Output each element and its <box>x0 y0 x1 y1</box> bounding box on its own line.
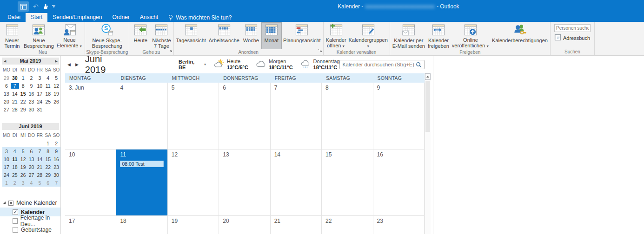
mini-day-27[interactable]: 27 <box>2 107 11 112</box>
my-calendars-header[interactable]: Meine Kalender <box>0 198 60 208</box>
mini-day-9[interactable]: 9 <box>27 83 36 89</box>
weather-donnerstag[interactable]: Donnerstag18°C/11°C <box>300 58 340 71</box>
mini-day-5[interactable]: 5 <box>35 180 44 186</box>
customize-qat-icon[interactable]: ▼ <box>52 5 55 8</box>
scroll-up-button[interactable] <box>425 73 431 80</box>
mini-day-20[interactable]: 20 <box>2 99 11 104</box>
mini-day-20[interactable]: 20 <box>27 164 36 170</box>
mini-day-7[interactable]: 7 <box>35 149 44 154</box>
checkbox[interactable]: ✓ <box>13 209 18 215</box>
kalender-per-e-mail-senden-button[interactable]: Kalender perE-Mail senden <box>391 22 426 49</box>
mini-day-19[interactable]: 19 <box>52 91 60 97</box>
checkbox[interactable] <box>13 218 18 224</box>
monat-button[interactable]: Monat <box>261 22 282 49</box>
arbeitswoche-button[interactable]: Arbeitswoche <box>207 22 241 49</box>
heute-button[interactable]: Heute <box>130 22 151 49</box>
mini-day-3[interactable]: 3 <box>19 180 27 186</box>
undo-icon[interactable]: ↶ <box>33 3 39 10</box>
mini-prev-month-button[interactable]: ◀ <box>4 58 6 65</box>
day-cell-11[interactable]: 1108:00 Test <box>116 150 167 215</box>
mini-day-6[interactable]: 6 <box>27 149 36 154</box>
naechste-7-tage-button[interactable]: Nächste7 Tage <box>151 22 172 49</box>
mini-day-12[interactable]: 12 <box>19 156 27 162</box>
dialog-launcher-icon[interactable] <box>168 46 173 54</box>
day-cell-12[interactable]: 12 <box>168 150 219 215</box>
tab-datei[interactable]: Datei <box>2 13 26 22</box>
mini-day-28[interactable]: 28 <box>11 107 19 112</box>
mini-day-4[interactable]: 4 <box>11 149 19 154</box>
mini-day-15[interactable]: 15 <box>44 156 52 162</box>
collapse-triangle-icon[interactable] <box>3 202 6 204</box>
mini-day-23[interactable]: 23 <box>52 164 60 170</box>
mini-day-14[interactable]: 14 <box>11 91 19 97</box>
mini-day-4[interactable]: 4 <box>44 75 52 81</box>
mini-day-26[interactable]: 26 <box>19 172 27 178</box>
neuer-termin-button[interactable]: NeuerTermin <box>2 22 22 49</box>
kalenderberechtigungen-button[interactable]: Kalenderberechtigungen <box>491 22 549 49</box>
mini-day-7[interactable]: 7 <box>11 83 19 89</box>
mini-day-23[interactable]: 23 <box>27 99 36 104</box>
day-cell-22[interactable]: 22 <box>322 216 373 234</box>
address-book-button[interactable]: Adressbuch <box>554 34 590 42</box>
mini-next-month-button[interactable]: ▶ <box>55 58 58 65</box>
mini-day-27[interactable]: 27 <box>27 172 36 178</box>
tagesansicht-button[interactable]: Tagesansicht <box>175 22 207 49</box>
mini-day-16[interactable]: 16 <box>27 91 36 97</box>
planungsansicht-button[interactable]: Planungsansicht <box>282 22 322 49</box>
mini-day-18[interactable]: 18 <box>44 91 52 97</box>
mini-day-9[interactable]: 9 <box>52 149 60 154</box>
mini-day-22[interactable]: 22 <box>19 99 27 104</box>
calendar-search-input[interactable] <box>342 62 416 67</box>
day-cell-21[interactable]: 21 <box>271 216 322 234</box>
woche-button[interactable]: Woche <box>241 22 261 49</box>
calendar-search-box[interactable] <box>339 60 425 69</box>
mini-day-16[interactable]: 16 <box>52 156 60 162</box>
day-cell-16[interactable]: 16 <box>373 150 425 215</box>
mini-day-28[interactable]: 28 <box>35 172 44 178</box>
weather-morgen[interactable]: Morgen18°C/11°C <box>255 58 293 71</box>
previous-month-button[interactable]: ◀ <box>65 60 73 69</box>
mini-day-14[interactable]: 14 <box>35 156 44 162</box>
day-cell-20[interactable]: 20 <box>219 216 270 234</box>
neue-besprechung-button[interactable]: NeueBesprechung <box>22 22 55 49</box>
people-search-input[interactable] <box>554 24 591 32</box>
vertical-scrollbar[interactable] <box>425 73 431 234</box>
kalender-oeffnen-button[interactable]: Kalenderöffnen ▼ <box>325 22 348 49</box>
day-cell-14[interactable]: 14 <box>271 150 322 215</box>
mini-day-5[interactable]: 5 <box>19 149 27 154</box>
day-cell-6[interactable]: 6 <box>219 83 270 149</box>
mini-day-29[interactable]: 29 <box>19 107 27 112</box>
mini-day-10[interactable]: 10 <box>35 83 44 89</box>
tab-ordner[interactable]: Ordner <box>107 13 134 22</box>
mini-day-17[interactable]: 17 <box>35 91 44 97</box>
mini-day-19[interactable]: 19 <box>19 164 27 170</box>
tab-ansicht[interactable]: Ansicht <box>135 13 163 22</box>
tab-senden-empfangen[interactable]: Senden/Empfangen <box>47 13 107 22</box>
day-cell-3-jun[interactable]: 3. Jun <box>65 83 116 149</box>
calendar-list-item-feiertage-in-deu[interactable]: Feiertage in Deu... <box>0 216 60 225</box>
mini-day-13[interactable]: 13 <box>2 91 11 97</box>
neue-skype-besprechung-button[interactable]: SNeue Skype-Besprechung <box>91 22 124 49</box>
weather-location-dropdown[interactable]: Berlin, BE▼ <box>179 59 206 70</box>
mini-day-2[interactable]: 2 <box>27 75 36 81</box>
online-veroeffentlichen-button[interactable]: Onlineveröffentlichen ▼ <box>451 22 491 49</box>
checkbox[interactable] <box>13 227 18 233</box>
day-cell-18[interactable]: 18 <box>116 216 167 234</box>
mini-day-17[interactable]: 17 <box>2 164 11 170</box>
send-receive-icon[interactable] <box>18 1 29 12</box>
mini-day-18[interactable]: 18 <box>11 164 19 170</box>
tell-me-assistant[interactable]: Was möchten Sie tun? <box>163 13 236 22</box>
mini-day-3[interactable]: 3 <box>35 75 44 81</box>
mini-day-12[interactable]: 12 <box>52 83 60 89</box>
mini-day-31[interactable]: 31 <box>35 107 44 112</box>
mini-day-29[interactable]: 29 <box>2 75 11 81</box>
day-cell-13[interactable]: 13 <box>219 150 270 215</box>
mini-day-25[interactable]: 25 <box>11 172 19 178</box>
tab-start[interactable]: Start <box>26 13 47 22</box>
mini-day-13[interactable]: 13 <box>27 156 36 162</box>
mini-day-1[interactable]: 1 <box>2 180 11 186</box>
group-checkbox[interactable] <box>8 201 13 206</box>
mini-day-2[interactable]: 2 <box>11 180 19 186</box>
day-cell-5[interactable]: 5 <box>168 83 219 149</box>
scrollbar-thumb[interactable] <box>425 81 430 132</box>
